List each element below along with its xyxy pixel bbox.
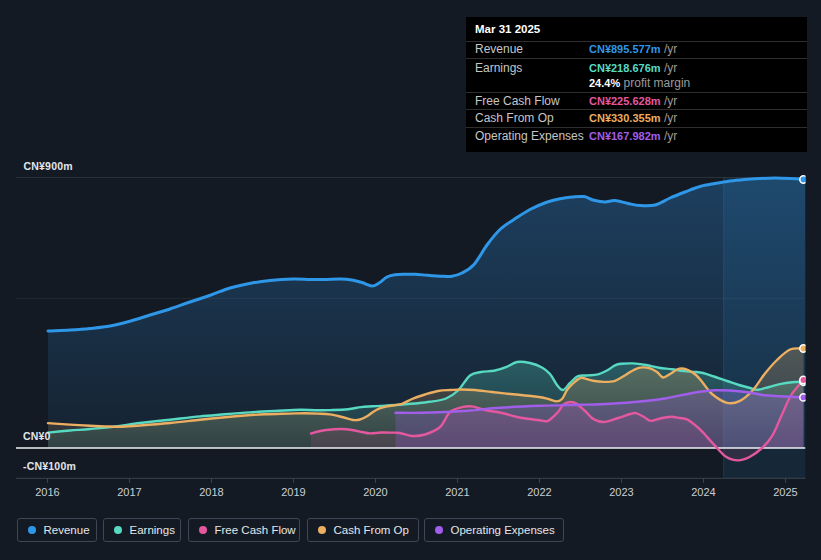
svg-text:2022: 2022 — [527, 486, 551, 498]
svg-text:2025: 2025 — [773, 486, 797, 498]
svg-text:2021: 2021 — [445, 486, 469, 498]
svg-text:2019: 2019 — [281, 486, 305, 498]
svg-text:2016: 2016 — [35, 486, 59, 498]
svg-text:2017: 2017 — [117, 486, 141, 498]
svg-text:2018: 2018 — [199, 486, 223, 498]
svg-text:2023: 2023 — [609, 486, 633, 498]
svg-text:2020: 2020 — [363, 486, 387, 498]
svg-text:2024: 2024 — [691, 486, 715, 498]
